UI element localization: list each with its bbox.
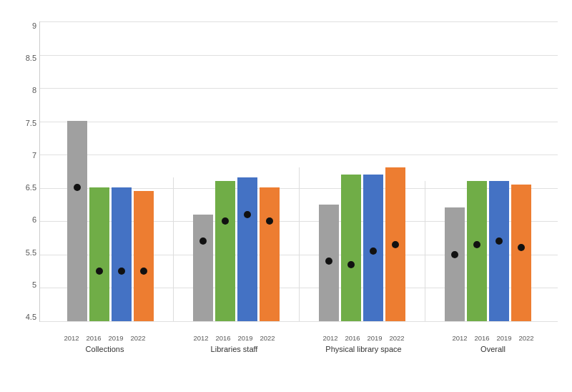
data-dot <box>74 184 81 191</box>
y-axis-label: 7 <box>8 151 36 160</box>
bar-wrapper <box>112 187 132 321</box>
bar <box>363 175 383 321</box>
bar-wrapper <box>215 181 235 321</box>
x-year-label: 2019 <box>494 334 514 342</box>
bar-wrapper <box>445 207 465 321</box>
bar-group <box>425 181 551 321</box>
groups-container <box>40 21 558 321</box>
x-year-label: 2012 <box>61 334 82 342</box>
x-year-label: 2022 <box>387 334 407 342</box>
y-axis-label: 4.5 <box>8 313 36 321</box>
x-labels: 2012201620192022Collections2012201620192… <box>40 334 558 353</box>
y-axis-label: 6.5 <box>8 183 36 192</box>
bar <box>260 187 280 321</box>
bar <box>193 215 213 321</box>
bar-wrapper <box>385 167 405 321</box>
bar-wrapper <box>341 175 361 321</box>
x-year-label: 2016 <box>213 334 233 342</box>
y-axis-label: 8 <box>8 86 36 94</box>
y-axis-label: 7.5 <box>8 119 36 127</box>
x-year-label: 2019 <box>365 334 385 342</box>
bar <box>67 121 87 321</box>
data-dot <box>392 241 399 248</box>
x-category-label: Libraries staff <box>211 345 258 353</box>
x-category-label: Collections <box>86 345 124 353</box>
y-axis-label: 5 <box>8 280 36 289</box>
bar-wrapper <box>489 181 509 321</box>
bar-wrapper <box>237 177 257 321</box>
x-group: 2012201620192022Libraries staff <box>169 334 299 353</box>
bar-wrapper <box>319 205 339 321</box>
chart-container: 98.587.576.565.554.5 2012201620192022Col… <box>0 0 572 392</box>
x-year-label: 2022 <box>257 334 277 342</box>
data-dot <box>518 244 525 251</box>
x-group: 2012201620192022Collections <box>40 334 169 353</box>
bar-group <box>173 177 299 321</box>
y-axis-label: 8.5 <box>8 54 36 62</box>
data-dot <box>244 211 251 218</box>
x-year-label: 2012 <box>450 334 470 342</box>
x-group: 2012201620192022Physical library space <box>299 334 428 353</box>
bar-group <box>299 167 425 321</box>
bar-wrapper <box>260 187 280 321</box>
x-year-label: 2019 <box>106 334 126 342</box>
bar-wrapper <box>134 191 154 321</box>
y-axis-label: 9 <box>8 21 36 30</box>
x-category-label: Overall <box>480 345 506 353</box>
data-dot <box>266 217 273 225</box>
chart-area: 98.587.576.565.554.5 2012201620192022Col… <box>39 21 558 322</box>
data-dot <box>140 268 147 275</box>
bar <box>89 187 109 321</box>
bar <box>134 191 154 321</box>
data-dot <box>370 248 377 255</box>
data-dot <box>451 251 458 258</box>
bar <box>511 185 531 321</box>
y-axis-label: 5.5 <box>8 248 36 257</box>
x-year-label: 2012 <box>191 334 211 342</box>
x-year-label: 2016 <box>342 334 363 342</box>
bar <box>467 181 487 321</box>
x-category-label: Physical library space <box>325 345 401 353</box>
bar <box>445 207 465 321</box>
x-year-label: 2016 <box>84 334 104 342</box>
data-dot <box>118 268 125 275</box>
x-group: 2012201620192022Overall <box>428 334 558 353</box>
bar <box>112 187 132 321</box>
bar <box>341 175 361 321</box>
x-year-label: 2012 <box>320 334 340 342</box>
bar-wrapper <box>511 185 531 321</box>
bar-wrapper <box>363 175 383 321</box>
bar <box>237 177 257 321</box>
x-year-label: 2022 <box>516 334 536 342</box>
data-dot <box>347 261 355 268</box>
data-dot <box>199 237 207 245</box>
bar-group <box>47 121 173 321</box>
bar <box>215 181 235 321</box>
data-dot <box>222 217 229 225</box>
x-year-label: 2019 <box>235 334 255 342</box>
bar-wrapper <box>193 215 213 321</box>
data-dot <box>473 241 480 248</box>
bar-wrapper <box>467 181 487 321</box>
bar <box>319 205 339 321</box>
grid-line <box>40 321 558 322</box>
y-axis-label: 6 <box>8 215 36 224</box>
x-year-label: 2022 <box>128 334 148 342</box>
bar <box>385 167 405 321</box>
y-axis: 98.587.576.565.554.5 <box>8 21 36 321</box>
bar-wrapper <box>89 187 109 321</box>
data-dot <box>325 258 332 265</box>
bar <box>489 181 509 321</box>
x-year-label: 2016 <box>472 334 492 342</box>
data-dot <box>96 268 103 275</box>
bar-wrapper <box>67 121 87 321</box>
data-dot <box>495 237 503 245</box>
